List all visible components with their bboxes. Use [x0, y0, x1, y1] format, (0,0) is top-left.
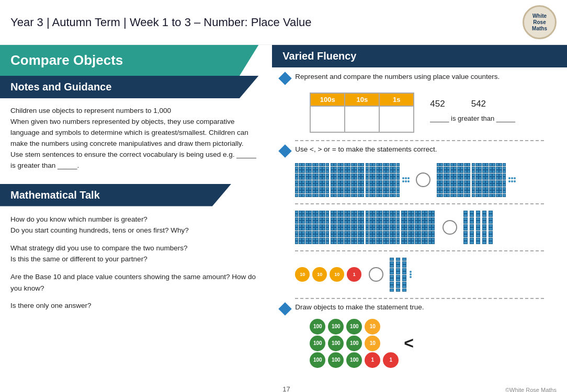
math-talk-q1: How do you know which number is greater?…: [10, 214, 262, 236]
counter-100-2: 100: [328, 319, 344, 335]
strip-block-2: [470, 211, 474, 245]
counter-1-r1: 1: [365, 352, 380, 368]
diamond-icon-1: [279, 72, 292, 85]
compare-objects-banner: Compare Objects: [0, 45, 272, 76]
strip-block-r1: [390, 258, 394, 292]
right-column: Varied Fluency Represent and compare the…: [272, 45, 567, 392]
page-footer: 17 ©White Rose Maths: [272, 383, 567, 392]
counter-10-1: 10: [295, 267, 310, 282]
counter-100-4: 100: [310, 336, 325, 351]
grid-block-100-2: [331, 163, 365, 197]
page-header: Year 3 | Autumn Term | Week 1 to 3 – Num…: [0, 0, 567, 45]
divider-2: [295, 203, 544, 204]
copyright-text: ©White Rose Maths: [505, 387, 557, 392]
math-talk-q3: Are the Base 10 and place value counters…: [10, 271, 262, 294]
grid-block-200-2: [331, 211, 365, 245]
notes-guidance-title: Notes and Guidance: [10, 81, 262, 93]
fluency1-text: Represent and compare the numbers using …: [295, 73, 559, 80]
counter-100-5: 100: [328, 336, 344, 351]
counter-10-2: 10: [312, 267, 327, 282]
strip-block-3: [476, 211, 480, 245]
counters-row-3: 100 100 100 1 1: [310, 352, 400, 368]
diamond-icon-2: [279, 144, 292, 157]
page-number: 17: [282, 385, 290, 392]
counter-100-3: 100: [346, 319, 362, 335]
number-452: 452: [430, 99, 445, 109]
counter-10-r1: 10: [365, 319, 380, 335]
grid-block-100-3: [366, 163, 400, 197]
less-than-symbol: <: [404, 333, 414, 353]
comparison-row-2: [280, 209, 559, 247]
divider-3: [295, 250, 544, 251]
blank-statement: _____ is greater than _____: [430, 114, 515, 122]
page-title: Year 3 | Autumn Term | Week 1 to 3 – Num…: [10, 16, 312, 29]
counters-display: 100 100 100 10 100 100 100 10 100 100: [310, 319, 400, 368]
notes-guidance-header: Notes and Guidance: [0, 76, 272, 98]
grid-block-100-1: // Will generate grid cells via JS below: [295, 163, 329, 197]
fluency-item-3: Draw objects to make the statement true.: [280, 303, 559, 314]
table-header-10s: 10s: [345, 93, 379, 106]
strip-block-1: [463, 211, 468, 245]
comparison-row-1: // Will generate grid cells via JS below: [280, 161, 559, 199]
grid-block-100-5: [472, 163, 506, 197]
table-cell-1s: [379, 106, 414, 132]
main-content: Compare Objects Notes and Guidance Child…: [0, 45, 567, 392]
comparison-row-3: 10 10 10 1: [280, 256, 559, 294]
counters-row-1: 100 100 100 10: [310, 319, 400, 335]
grid-block-200-3: [366, 211, 400, 245]
compare-circle-2: [443, 220, 457, 235]
grid-block-200-4: [401, 211, 435, 245]
table-cell-10s: [345, 106, 379, 132]
table-header-100s: 100s: [310, 93, 345, 106]
counters-row-2: 100 100 100 10: [310, 336, 400, 351]
place-value-table: 100s 10s 1s: [310, 93, 414, 133]
notes-guidance-content: Children use objects to represent number…: [0, 98, 272, 179]
counter-1-1: 1: [347, 267, 361, 282]
compare-circle-1: [416, 172, 430, 187]
grid-block-200-1: [295, 211, 329, 245]
counter-100-7: 100: [310, 352, 325, 368]
counter-100-9: 100: [346, 352, 362, 368]
table-cell-100s: [310, 106, 345, 132]
notes-text: Children use objects to represent number…: [10, 106, 262, 171]
math-talk-q2: What strategy did you use to compare the…: [10, 243, 262, 265]
varied-fluency-title: Varied Fluency: [282, 50, 557, 62]
counter-10-r2: 10: [365, 336, 380, 351]
strip-block-r2: [396, 258, 400, 292]
math-talk-q4: Is there only one answer?: [10, 300, 262, 312]
left-column: Compare Objects Notes and Guidance Child…: [0, 45, 272, 392]
counter-100-6: 100: [346, 336, 362, 351]
counter-100-8: 100: [328, 352, 344, 368]
varied-fluency-header: Varied Fluency: [272, 45, 567, 67]
mathematical-talk-header: Mathematical Talk: [0, 184, 272, 206]
strip-block-r3: [402, 258, 406, 292]
diamond-icon-3: [279, 302, 292, 315]
divider-4: [295, 298, 544, 299]
mathematical-talk-title: Mathematical Talk: [10, 189, 262, 201]
compare-circle-3: [369, 267, 383, 282]
fluency2-text: Use <, > or = to make the statements cor…: [295, 145, 559, 153]
fluency3-text: Draw objects to make the statement true.: [295, 303, 559, 311]
table-header-1s: 1s: [379, 93, 414, 106]
varied-fluency-content: Represent and compare the numbers using …: [272, 67, 567, 383]
fluency-item-1: Represent and compare the numbers using …: [280, 73, 559, 83]
white-rose-maths-logo: White Rose Maths: [523, 5, 557, 39]
strip-block-5: [489, 211, 493, 245]
fluency-item-2: Use <, > or = to make the statements cor…: [280, 145, 559, 156]
divider-1: [295, 140, 544, 141]
number-542: 542: [471, 99, 486, 109]
counter-1-r2: 1: [383, 352, 399, 368]
counter-100-1: 100: [310, 319, 325, 335]
grid-block-100-4: [437, 163, 471, 197]
compare-objects-title: Compare Objects: [10, 52, 262, 68]
counter-10-3: 10: [330, 267, 344, 282]
mathematical-talk-content: How do you know which number is greater?…: [0, 206, 272, 325]
strip-block-4: [482, 211, 486, 245]
